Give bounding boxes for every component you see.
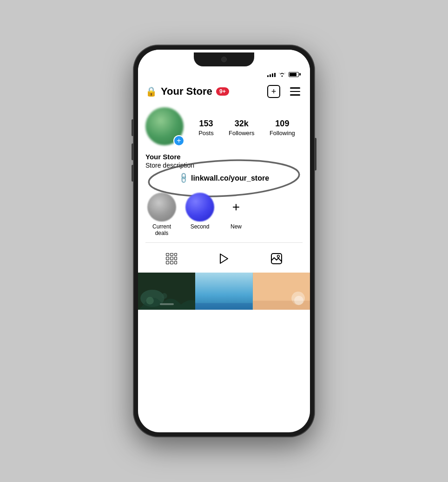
posts-stat[interactable]: 153 Posts bbox=[198, 119, 214, 137]
add-post-button[interactable]: + bbox=[266, 84, 281, 99]
story-item-current-deals[interactable]: Current deals bbox=[145, 193, 178, 237]
story-circle-new[interactable]: + bbox=[222, 193, 250, 221]
bottom-strip bbox=[138, 273, 310, 310]
tab-grid[interactable] bbox=[162, 250, 181, 267]
notification-badge: 9+ bbox=[216, 87, 229, 96]
story-label-second: Second bbox=[191, 223, 210, 230]
tab-reels[interactable] bbox=[215, 250, 233, 267]
following-stat[interactable]: 109 Following bbox=[270, 119, 295, 137]
strip-item-blue bbox=[195, 273, 252, 310]
hamburger-icon bbox=[290, 87, 300, 96]
tab-tagged[interactable] bbox=[267, 250, 286, 267]
notch-bar bbox=[138, 50, 310, 73]
strip-item-dark bbox=[138, 273, 195, 310]
stories-section: Current deals Second + New bbox=[145, 189, 303, 239]
notch bbox=[194, 52, 254, 66]
app-content: 🔒 Your Store 9+ + bbox=[138, 78, 310, 273]
story-label-new: New bbox=[231, 223, 242, 230]
followers-stat[interactable]: 32k Followers bbox=[229, 119, 255, 137]
posts-count: 153 bbox=[199, 119, 213, 129]
phone-screen: 🔒 Your Store 9+ + bbox=[138, 50, 310, 432]
following-count: 109 bbox=[275, 119, 289, 129]
phone-frame: 🔒 Your Store 9+ + bbox=[133, 45, 315, 437]
username: Your Store bbox=[145, 153, 303, 161]
camera-dot bbox=[221, 57, 227, 62]
plus-square-icon: + bbox=[267, 85, 280, 98]
grid-icon bbox=[166, 253, 177, 264]
followers-label: Followers bbox=[229, 130, 255, 137]
new-story-plus: + bbox=[232, 200, 240, 215]
link-url: linkwall.co/your_store bbox=[191, 174, 269, 182]
header-left: 🔒 Your Store 9+ bbox=[145, 85, 229, 98]
svg-point-2 bbox=[277, 255, 279, 257]
app-header: 🔒 Your Store 9+ + bbox=[145, 78, 303, 104]
story-item-new[interactable]: + New bbox=[222, 193, 250, 230]
header-right: + bbox=[266, 84, 303, 99]
play-icon bbox=[219, 253, 229, 264]
battery-icon bbox=[289, 72, 299, 77]
story-circle-second[interactable] bbox=[185, 193, 214, 221]
svg-rect-11 bbox=[253, 300, 310, 309]
following-label: Following bbox=[270, 130, 295, 137]
bio-text: Store description bbox=[145, 162, 303, 169]
photo-tag-icon bbox=[271, 253, 282, 264]
tab-bar bbox=[145, 242, 303, 273]
story-label-current-deals: Current deals bbox=[145, 223, 178, 237]
strip-item-peach bbox=[253, 273, 310, 310]
posts-label: Posts bbox=[198, 130, 214, 137]
page-title: Your Store bbox=[161, 85, 212, 98]
story-item-second[interactable]: Second bbox=[185, 193, 214, 230]
menu-button[interactable] bbox=[288, 84, 303, 99]
profile-link[interactable]: 🔗 linkwall.co/your_store bbox=[179, 174, 269, 182]
profile-section: + 153 Posts 32k Followers 109 Following bbox=[145, 104, 303, 150]
svg-point-5 bbox=[146, 297, 153, 304]
link-annotation-wrapper: 🔗 linkwall.co/your_store bbox=[145, 174, 303, 182]
story-circle-current-deals[interactable] bbox=[147, 193, 176, 221]
link-icon: 🔗 bbox=[177, 172, 190, 185]
stats-container: 153 Posts 32k Followers 109 Following bbox=[186, 119, 303, 137]
svg-rect-8 bbox=[195, 303, 252, 309]
svg-point-6 bbox=[161, 293, 167, 299]
lock-icon: 🔒 bbox=[145, 86, 157, 97]
bio-section: Your Store Store description bbox=[145, 150, 303, 171]
followers-count: 32k bbox=[235, 119, 249, 129]
add-story-button[interactable]: + bbox=[173, 135, 184, 146]
avatar-container: + bbox=[145, 107, 186, 148]
